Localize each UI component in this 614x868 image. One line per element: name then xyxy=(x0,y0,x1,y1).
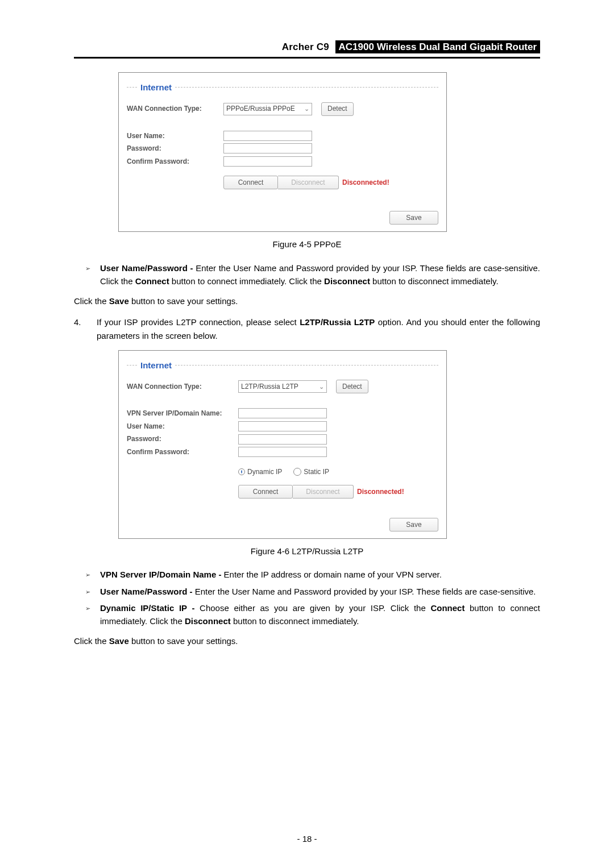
confirm-password-label: Confirm Password: xyxy=(127,156,223,167)
password-input[interactable] xyxy=(238,434,327,445)
connect-button[interactable]: Connect xyxy=(223,176,278,189)
disconnect-button[interactable]: Disconnect xyxy=(293,485,354,499)
wan-type-label: WAN Connection Type: xyxy=(127,103,223,114)
connection-status: Disconnected! xyxy=(357,487,404,497)
step-number: 4. xyxy=(74,315,97,342)
arrow-icon: ➢ xyxy=(85,261,100,288)
connection-status: Disconnected! xyxy=(342,177,389,188)
product-label: AC1900 Wireless Dual Band Gigabit Router xyxy=(335,40,540,53)
wan-type-select[interactable]: L2TP/Russia L2TP ⌄ xyxy=(238,380,327,393)
vpn-server-input[interactable] xyxy=(238,408,327,418)
password-input[interactable] xyxy=(223,143,312,153)
wan-type-value: PPPoE/Russia PPPoE xyxy=(226,103,295,114)
save-note-2: Click the Save button to save your setti… xyxy=(74,634,540,647)
password-label: Password: xyxy=(127,143,223,154)
disconnect-button[interactable]: Disconnect xyxy=(278,176,339,189)
model-label: Archer C9 xyxy=(282,41,329,52)
static-ip-radio[interactable] xyxy=(293,468,301,476)
save-button[interactable]: Save xyxy=(389,211,438,225)
username-input[interactable] xyxy=(238,421,327,431)
confirm-password-input[interactable] xyxy=(223,156,312,167)
username-input[interactable] xyxy=(223,131,312,141)
arrow-icon: ➢ xyxy=(85,601,100,628)
bullet-item: ➢ VPN Server IP/Domain Name - Enter the … xyxy=(85,568,540,581)
username-label: User Name: xyxy=(127,421,238,432)
wan-type-label: WAN Connection Type: xyxy=(127,381,238,392)
panel-title: Internet xyxy=(140,359,172,372)
username-label: User Name: xyxy=(127,131,223,142)
wan-type-select[interactable]: PPPoE/Russia PPPoE ⌄ xyxy=(223,103,312,115)
header-rule xyxy=(74,57,540,59)
bullet-strong: User Name/Password - xyxy=(100,263,193,273)
arrow-icon: ➢ xyxy=(85,585,100,598)
save-button[interactable]: Save xyxy=(389,518,438,531)
l2tp-panel: Internet WAN Connection Type: L2TP/Russi… xyxy=(118,350,447,539)
vpn-server-label: VPN Server IP/Domain Name: xyxy=(127,408,238,419)
bullet-item: ➢ Dynamic IP/Static IP - Choose either a… xyxy=(85,601,540,628)
page-number: - 18 - xyxy=(0,832,614,845)
detect-button[interactable]: Detect xyxy=(336,380,368,393)
figure-caption-1: Figure 4-5 PPPoE xyxy=(74,238,540,251)
confirm-password-label: Confirm Password: xyxy=(127,447,238,458)
figure-caption-2: Figure 4-6 L2TP/Russia L2TP xyxy=(74,545,540,558)
pppoe-panel: Internet WAN Connection Type: PPPoE/Russ… xyxy=(118,72,447,232)
password-label: Password: xyxy=(127,434,238,445)
wan-type-value: L2TP/Russia L2TP xyxy=(241,381,298,392)
bullet-item: ➢ User Name/Password - Enter the User Na… xyxy=(85,261,540,288)
dynamic-ip-radio[interactable] xyxy=(238,468,245,475)
bullet-item: ➢ User Name/Password - Enter the User Na… xyxy=(85,585,540,598)
page-header: Archer C9 AC1900 Wireless Dual Band Giga… xyxy=(74,40,540,55)
save-note-1: Click the Save button to save your setti… xyxy=(74,294,540,308)
chevron-down-icon: ⌄ xyxy=(304,104,309,114)
panel-title: Internet xyxy=(140,81,172,94)
arrow-icon: ➢ xyxy=(85,568,100,581)
chevron-down-icon: ⌄ xyxy=(319,382,324,392)
confirm-password-input[interactable] xyxy=(238,447,327,457)
dynamic-ip-label: Dynamic IP xyxy=(247,467,282,477)
step-4: 4. If your ISP provides L2TP connection,… xyxy=(74,315,540,342)
static-ip-label: Static IP xyxy=(304,467,329,477)
detect-button[interactable]: Detect xyxy=(321,102,354,116)
connect-button[interactable]: Connect xyxy=(238,485,293,499)
